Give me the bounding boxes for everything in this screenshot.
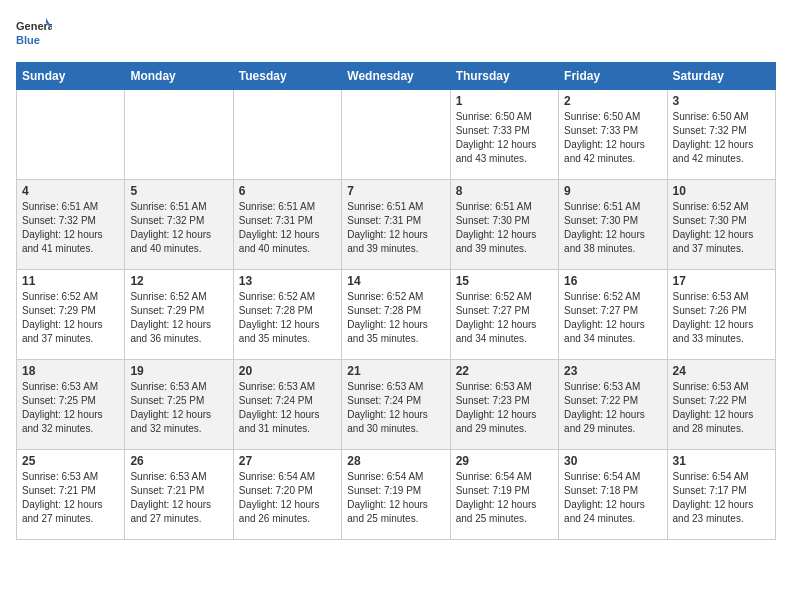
day-info: Sunrise: 6:53 AMSunset: 7:22 PMDaylight:… (673, 381, 754, 434)
day-number: 17 (673, 274, 770, 288)
page-header: General Blue (16, 16, 776, 52)
day-number: 18 (22, 364, 119, 378)
calendar-cell: 23 Sunrise: 6:53 AMSunset: 7:22 PMDaylig… (559, 360, 667, 450)
calendar-cell: 22 Sunrise: 6:53 AMSunset: 7:23 PMDaylig… (450, 360, 558, 450)
day-info: Sunrise: 6:54 AMSunset: 7:19 PMDaylight:… (456, 471, 537, 524)
calendar-cell: 1 Sunrise: 6:50 AMSunset: 7:33 PMDayligh… (450, 90, 558, 180)
calendar-cell: 24 Sunrise: 6:53 AMSunset: 7:22 PMDaylig… (667, 360, 775, 450)
day-info: Sunrise: 6:52 AMSunset: 7:29 PMDaylight:… (22, 291, 103, 344)
day-info: Sunrise: 6:54 AMSunset: 7:19 PMDaylight:… (347, 471, 428, 524)
day-number: 5 (130, 184, 227, 198)
day-info: Sunrise: 6:54 AMSunset: 7:18 PMDaylight:… (564, 471, 645, 524)
calendar-cell: 6 Sunrise: 6:51 AMSunset: 7:31 PMDayligh… (233, 180, 341, 270)
calendar-cell (17, 90, 125, 180)
calendar-cell: 8 Sunrise: 6:51 AMSunset: 7:30 PMDayligh… (450, 180, 558, 270)
day-info: Sunrise: 6:53 AMSunset: 7:23 PMDaylight:… (456, 381, 537, 434)
day-info: Sunrise: 6:53 AMSunset: 7:24 PMDaylight:… (347, 381, 428, 434)
day-info: Sunrise: 6:51 AMSunset: 7:32 PMDaylight:… (22, 201, 103, 254)
day-number: 29 (456, 454, 553, 468)
day-number: 25 (22, 454, 119, 468)
day-info: Sunrise: 6:52 AMSunset: 7:28 PMDaylight:… (347, 291, 428, 344)
calendar-cell: 30 Sunrise: 6:54 AMSunset: 7:18 PMDaylig… (559, 450, 667, 540)
day-info: Sunrise: 6:52 AMSunset: 7:27 PMDaylight:… (456, 291, 537, 344)
calendar-cell: 10 Sunrise: 6:52 AMSunset: 7:30 PMDaylig… (667, 180, 775, 270)
calendar-cell: 2 Sunrise: 6:50 AMSunset: 7:33 PMDayligh… (559, 90, 667, 180)
day-number: 16 (564, 274, 661, 288)
day-info: Sunrise: 6:51 AMSunset: 7:31 PMDaylight:… (239, 201, 320, 254)
svg-text:Blue: Blue (16, 34, 40, 46)
day-number: 7 (347, 184, 444, 198)
calendar-cell: 11 Sunrise: 6:52 AMSunset: 7:29 PMDaylig… (17, 270, 125, 360)
weekday-header-monday: Monday (125, 63, 233, 90)
day-number: 3 (673, 94, 770, 108)
calendar-cell: 15 Sunrise: 6:52 AMSunset: 7:27 PMDaylig… (450, 270, 558, 360)
calendar-cell: 17 Sunrise: 6:53 AMSunset: 7:26 PMDaylig… (667, 270, 775, 360)
logo-icon: General Blue (16, 16, 52, 52)
calendar-week-row: 11 Sunrise: 6:52 AMSunset: 7:29 PMDaylig… (17, 270, 776, 360)
calendar-week-row: 4 Sunrise: 6:51 AMSunset: 7:32 PMDayligh… (17, 180, 776, 270)
calendar-cell: 3 Sunrise: 6:50 AMSunset: 7:32 PMDayligh… (667, 90, 775, 180)
calendar-week-row: 18 Sunrise: 6:53 AMSunset: 7:25 PMDaylig… (17, 360, 776, 450)
day-number: 14 (347, 274, 444, 288)
day-info: Sunrise: 6:51 AMSunset: 7:30 PMDaylight:… (456, 201, 537, 254)
day-info: Sunrise: 6:53 AMSunset: 7:22 PMDaylight:… (564, 381, 645, 434)
day-number: 15 (456, 274, 553, 288)
day-number: 2 (564, 94, 661, 108)
calendar-cell: 27 Sunrise: 6:54 AMSunset: 7:20 PMDaylig… (233, 450, 341, 540)
day-number: 13 (239, 274, 336, 288)
calendar-cell (125, 90, 233, 180)
day-number: 10 (673, 184, 770, 198)
logo: General Blue (16, 16, 52, 52)
calendar-cell: 9 Sunrise: 6:51 AMSunset: 7:30 PMDayligh… (559, 180, 667, 270)
day-number: 22 (456, 364, 553, 378)
day-info: Sunrise: 6:50 AMSunset: 7:33 PMDaylight:… (456, 111, 537, 164)
day-info: Sunrise: 6:51 AMSunset: 7:30 PMDaylight:… (564, 201, 645, 254)
day-number: 24 (673, 364, 770, 378)
day-info: Sunrise: 6:52 AMSunset: 7:30 PMDaylight:… (673, 201, 754, 254)
day-info: Sunrise: 6:50 AMSunset: 7:33 PMDaylight:… (564, 111, 645, 164)
day-number: 27 (239, 454, 336, 468)
calendar-cell: 12 Sunrise: 6:52 AMSunset: 7:29 PMDaylig… (125, 270, 233, 360)
calendar-cell: 21 Sunrise: 6:53 AMSunset: 7:24 PMDaylig… (342, 360, 450, 450)
day-info: Sunrise: 6:53 AMSunset: 7:26 PMDaylight:… (673, 291, 754, 344)
day-info: Sunrise: 6:53 AMSunset: 7:24 PMDaylight:… (239, 381, 320, 434)
weekday-header-tuesday: Tuesday (233, 63, 341, 90)
weekday-header-wednesday: Wednesday (342, 63, 450, 90)
calendar-table: SundayMondayTuesdayWednesdayThursdayFrid… (16, 62, 776, 540)
calendar-cell: 28 Sunrise: 6:54 AMSunset: 7:19 PMDaylig… (342, 450, 450, 540)
calendar-cell: 16 Sunrise: 6:52 AMSunset: 7:27 PMDaylig… (559, 270, 667, 360)
day-info: Sunrise: 6:51 AMSunset: 7:31 PMDaylight:… (347, 201, 428, 254)
day-number: 8 (456, 184, 553, 198)
day-number: 21 (347, 364, 444, 378)
day-info: Sunrise: 6:54 AMSunset: 7:20 PMDaylight:… (239, 471, 320, 524)
day-number: 1 (456, 94, 553, 108)
calendar-cell: 19 Sunrise: 6:53 AMSunset: 7:25 PMDaylig… (125, 360, 233, 450)
day-info: Sunrise: 6:53 AMSunset: 7:25 PMDaylight:… (22, 381, 103, 434)
calendar-cell: 31 Sunrise: 6:54 AMSunset: 7:17 PMDaylig… (667, 450, 775, 540)
day-number: 20 (239, 364, 336, 378)
day-number: 4 (22, 184, 119, 198)
day-number: 31 (673, 454, 770, 468)
weekday-header-friday: Friday (559, 63, 667, 90)
day-info: Sunrise: 6:52 AMSunset: 7:28 PMDaylight:… (239, 291, 320, 344)
day-info: Sunrise: 6:53 AMSunset: 7:25 PMDaylight:… (130, 381, 211, 434)
day-number: 11 (22, 274, 119, 288)
day-info: Sunrise: 6:51 AMSunset: 7:32 PMDaylight:… (130, 201, 211, 254)
calendar-cell (342, 90, 450, 180)
day-info: Sunrise: 6:54 AMSunset: 7:17 PMDaylight:… (673, 471, 754, 524)
day-info: Sunrise: 6:53 AMSunset: 7:21 PMDaylight:… (130, 471, 211, 524)
day-info: Sunrise: 6:52 AMSunset: 7:29 PMDaylight:… (130, 291, 211, 344)
calendar-cell: 13 Sunrise: 6:52 AMSunset: 7:28 PMDaylig… (233, 270, 341, 360)
calendar-cell: 7 Sunrise: 6:51 AMSunset: 7:31 PMDayligh… (342, 180, 450, 270)
calendar-cell: 14 Sunrise: 6:52 AMSunset: 7:28 PMDaylig… (342, 270, 450, 360)
calendar-cell: 4 Sunrise: 6:51 AMSunset: 7:32 PMDayligh… (17, 180, 125, 270)
day-info: Sunrise: 6:52 AMSunset: 7:27 PMDaylight:… (564, 291, 645, 344)
calendar-cell: 5 Sunrise: 6:51 AMSunset: 7:32 PMDayligh… (125, 180, 233, 270)
day-number: 6 (239, 184, 336, 198)
calendar-cell: 20 Sunrise: 6:53 AMSunset: 7:24 PMDaylig… (233, 360, 341, 450)
day-number: 23 (564, 364, 661, 378)
calendar-week-row: 1 Sunrise: 6:50 AMSunset: 7:33 PMDayligh… (17, 90, 776, 180)
day-number: 9 (564, 184, 661, 198)
calendar-cell: 29 Sunrise: 6:54 AMSunset: 7:19 PMDaylig… (450, 450, 558, 540)
day-number: 28 (347, 454, 444, 468)
